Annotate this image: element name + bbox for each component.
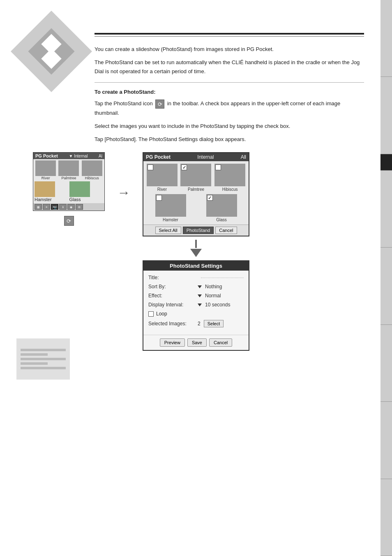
logo-diamond <box>11 11 92 92</box>
side-tab-1[interactable] <box>380 0 392 77</box>
large-thumb-glass[interactable]: Glass <box>197 194 246 222</box>
camera-icon-area: ⟳ <box>64 213 74 226</box>
header-line-thick <box>95 33 364 35</box>
logo-line-2 <box>21 353 48 356</box>
photostand-panel-footer: Preview Save Cancel <box>143 335 249 350</box>
logo-cutout-br <box>41 49 61 69</box>
selected-images-row: Selected Images: 2 Select <box>148 320 244 327</box>
sort-by-row: Sort By: Nothing <box>148 284 244 290</box>
section-divider <box>95 82 364 83</box>
small-thumb-river-label: River <box>35 176 57 180</box>
cancel-button[interactable]: Cancel <box>215 227 237 234</box>
hibiscus-checkbox[interactable] <box>215 164 221 170</box>
body-para2: The PhotoStand can be set to run automat… <box>95 58 364 76</box>
small-thumb-palm[interactable]: Palmtree <box>58 160 80 180</box>
effect-value: Normal <box>205 293 221 299</box>
arrow-right <box>117 152 130 200</box>
select-button[interactable]: Select <box>204 320 224 327</box>
side-tab-3-active[interactable] <box>380 154 392 171</box>
small-panel-header: PG Pocket ▼ Internal Al <box>33 153 104 159</box>
step2-text: Select the images you want to include in… <box>95 122 364 131</box>
large-thumb-hamster[interactable]: Hamster <box>146 194 195 222</box>
bottom-logo-lines <box>21 349 66 369</box>
large-thumb-palm-label: Palmtree <box>180 187 212 192</box>
logo-inner <box>28 28 74 74</box>
title-input-line[interactable] <box>201 278 244 278</box>
side-tab-5[interactable] <box>380 248 392 324</box>
small-panel-container: PG Pocket ▼ Internal Al River Palmtree <box>33 152 105 226</box>
selected-images-count: 2 <box>198 321 201 327</box>
save-button[interactable]: Save <box>187 338 207 347</box>
interval-arrow-icon <box>198 303 202 306</box>
large-panel-filter: All <box>241 154 246 160</box>
large-panel-footer: Select All PhotoStand Cancel <box>143 225 249 236</box>
logo-line-5 <box>21 367 66 369</box>
right-col: PG Pocket Internal All River <box>143 152 249 351</box>
effect-row: Effect: Normal <box>148 293 244 299</box>
sort-by-value-container[interactable]: Nothing <box>198 284 222 290</box>
small-panel-dropdown: ▼ Internal <box>69 154 88 158</box>
body-para1: You can create a slideshow (PhotoStand) … <box>95 45 364 54</box>
photostand-icon-inline: ⟳ <box>155 100 164 109</box>
display-interval-value: 10 seconds <box>205 302 230 308</box>
side-tab-bar <box>380 0 392 556</box>
small-thumb-hibiscus-label: Hibiscus <box>81 176 103 180</box>
small-thumb-glass[interactable]: Glass <box>69 181 104 202</box>
loop-row: Loop <box>148 311 244 317</box>
logo-line-1 <box>21 349 66 351</box>
toolbar-btn-info[interactable]: ℹ <box>59 204 67 210</box>
toolbar-btn-grid[interactable]: ▦ <box>35 204 42 210</box>
side-tab-4[interactable] <box>380 171 392 248</box>
photostand-button[interactable]: PhotoStand <box>183 227 214 234</box>
small-panel-images-row1: River Palmtree Hibiscus <box>33 159 104 181</box>
small-panel-toolbar: ▦ ≡ 📷 ℹ ◉ ⊞ <box>33 203 104 211</box>
hamster-checkbox[interactable] <box>156 195 162 201</box>
palm-checkbox[interactable] <box>181 164 187 170</box>
cancel-ps-button[interactable]: Cancel <box>209 338 232 347</box>
display-interval-row: Display Interval: 10 seconds <box>148 302 244 308</box>
photostand-panel-header: PhotoStand Settings <box>143 261 249 271</box>
small-panel-images-row2: Hamster Glass <box>33 181 104 203</box>
small-thumb-hamster[interactable]: Hamster <box>35 181 69 202</box>
toolbar-btn-extra2[interactable]: ⊞ <box>76 204 83 210</box>
side-tab-7[interactable] <box>380 402 392 479</box>
small-thumb-river[interactable]: River <box>35 160 57 180</box>
select-all-button[interactable]: Select All <box>155 227 181 234</box>
logo-line-3 <box>21 358 66 360</box>
sort-by-arrow-icon <box>198 285 202 288</box>
arrow-down-container <box>190 240 202 257</box>
arrow-down-line <box>195 240 197 248</box>
toolbar-btn-camera[interactable]: 📷 <box>51 204 58 210</box>
preview-button[interactable]: Preview <box>160 338 185 347</box>
side-tab-8[interactable] <box>380 479 392 556</box>
large-thumb-glass-label: Glass <box>197 218 246 222</box>
title-row: Title: <box>148 275 244 280</box>
river-checkbox[interactable] <box>148 164 153 170</box>
large-panel-location: Internal <box>197 154 214 160</box>
large-thumb-palm[interactable]: Palmtree <box>180 164 212 192</box>
loop-checkbox[interactable] <box>148 311 154 317</box>
large-thumb-river[interactable]: River <box>146 164 178 192</box>
header-area <box>95 33 364 37</box>
toolbar-btn-extra1[interactable]: ◉ <box>67 204 75 210</box>
small-thumb-palm-label: Palmtree <box>58 176 80 180</box>
large-thumb-hibiscus[interactable]: Hibiscus <box>214 164 246 192</box>
side-tab-6[interactable] <box>380 325 392 402</box>
toolbar-btn-list[interactable]: ≡ <box>43 204 50 210</box>
large-panel-header: PG Pocket Internal All <box>143 153 249 161</box>
glass-checkbox[interactable] <box>207 195 213 201</box>
sort-by-value: Nothing <box>205 284 222 290</box>
effect-label: Effect: <box>148 293 198 299</box>
loop-label: Loop <box>156 311 167 317</box>
sort-by-label: Sort By: <box>148 284 198 290</box>
side-tab-2[interactable] <box>380 77 392 154</box>
small-thumb-hamster-label: Hamster <box>35 197 69 202</box>
large-panel-brand: PG Pocket <box>146 154 171 160</box>
large-panel-images-row1: River Palmtree Hibiscus <box>143 161 249 194</box>
small-thumb-hibiscus[interactable]: Hibiscus <box>81 160 103 180</box>
photostand-button-icon[interactable]: ⟳ <box>64 216 74 226</box>
effect-value-container[interactable]: Normal <box>198 293 221 299</box>
display-interval-value-container[interactable]: 10 seconds <box>198 302 230 308</box>
pg-pocket-small[interactable]: PG Pocket ▼ Internal Al River Palmtree <box>33 152 105 211</box>
pg-pocket-large[interactable]: PG Pocket Internal All River <box>143 152 249 236</box>
